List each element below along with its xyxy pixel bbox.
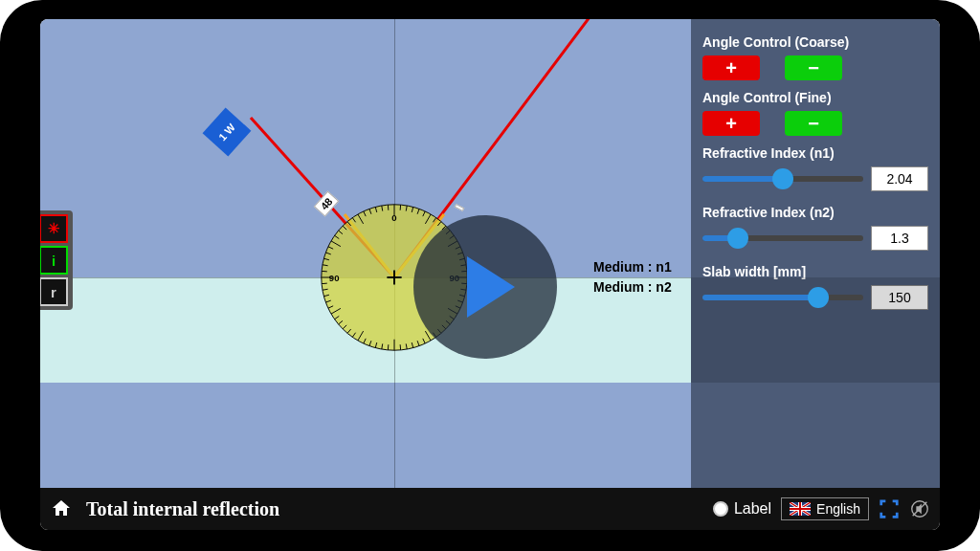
medium-n1-label: Medium : n1: [593, 259, 672, 275]
slab-slider[interactable]: [702, 295, 863, 300]
medium-n2-label: Medium : n2: [593, 279, 672, 295]
n1-label: Refractive Index (n1): [702, 145, 928, 161]
label-toggle[interactable]: Label: [713, 500, 771, 518]
language-text: English: [816, 501, 860, 517]
n1-value[interactable]: 2.04: [871, 166, 928, 191]
n2-value[interactable]: 1.3: [871, 226, 928, 251]
label-radio-icon: [713, 501, 728, 517]
bottom-bar: Total internal reflection Label English: [40, 488, 940, 530]
fine-label: Angle Control (Fine): [702, 90, 928, 105]
tool-laser-button[interactable]: ✳: [40, 214, 68, 243]
slab-label: Slab width [mm]: [702, 264, 928, 279]
tablet-frame: 0 90 90 1 W 48 Medium : n1 Medium : n2 ✳…: [0, 0, 980, 551]
n2-slider[interactable]: [702, 235, 863, 241]
tool-column: ✳ i r: [40, 210, 73, 310]
uk-flag-icon: [790, 502, 811, 516]
n2-label: Refractive Index (n2): [702, 205, 928, 220]
coarse-plus-button[interactable]: +: [702, 55, 760, 80]
label-toggle-text: Label: [734, 500, 771, 518]
app-screen: 0 90 90 1 W 48 Medium : n1 Medium : n2 ✳…: [40, 19, 940, 530]
coarse-label: Angle Control (Coarse): [702, 34, 928, 50]
tool-incident-button[interactable]: i: [40, 246, 68, 275]
fullscreen-icon[interactable]: [879, 498, 900, 519]
slab-value[interactable]: 150: [871, 285, 928, 310]
svg-rect-86: [790, 508, 811, 510]
control-panel: Angle Control (Coarse) + − Angle Control…: [691, 19, 940, 488]
simulation-area: 0 90 90 1 W 48 Medium : n1 Medium : n2 ✳…: [40, 19, 691, 488]
play-icon: [467, 256, 515, 318]
svg-text:90: 90: [329, 273, 340, 283]
fine-minus-button[interactable]: −: [785, 111, 842, 136]
play-button[interactable]: [413, 215, 557, 359]
language-selector[interactable]: English: [781, 497, 869, 520]
fine-plus-button[interactable]: +: [702, 111, 760, 136]
mute-icon[interactable]: [909, 498, 930, 519]
page-title: Total internal reflection: [86, 498, 279, 520]
tool-refract-button[interactable]: r: [40, 277, 68, 306]
svg-line-88: [913, 502, 927, 517]
svg-text:0: 0: [391, 212, 396, 223]
coarse-minus-button[interactable]: −: [785, 55, 842, 80]
n1-slider[interactable]: [702, 176, 863, 182]
home-icon[interactable]: [50, 497, 73, 520]
